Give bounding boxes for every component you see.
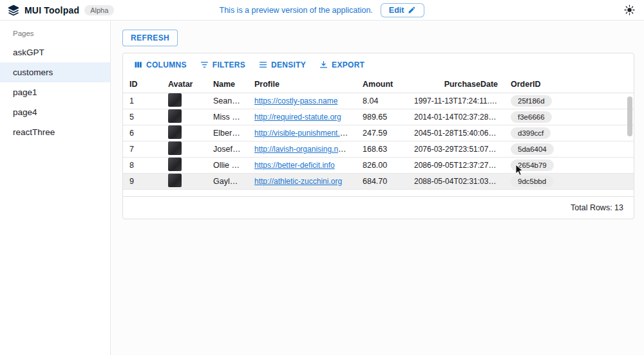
edit-button-label: Edit: [389, 6, 404, 15]
version-badge: Alpha: [84, 5, 114, 15]
sidebar-item-page4[interactable]: page4: [0, 102, 110, 122]
grid-toolbar: COLUMNS FILTERS DENSITY EXPORT: [123, 53, 634, 76]
download-icon: [319, 60, 328, 69]
cell-amount: 8.04: [356, 96, 408, 105]
table-row[interactable]: 9 Gayle Den… http://athletic-zucchini.or…: [123, 174, 634, 190]
filters-button[interactable]: FILTERS: [194, 57, 251, 72]
column-header-avatar[interactable]: Avatar: [162, 80, 207, 89]
cell-id: 9: [123, 177, 162, 186]
cell-id: 6: [123, 129, 162, 138]
app-logo-icon: [8, 5, 19, 16]
orderid-chip: 9dc5bbd: [511, 176, 553, 187]
cell-name: Ollie Green…: [207, 161, 248, 170]
column-header-profile[interactable]: Profile: [248, 80, 356, 89]
orderid-chip: 25f186d: [511, 95, 552, 107]
cell-orderid: 25f186d: [504, 95, 634, 107]
cell-orderid: 5da6404: [504, 143, 634, 155]
cell-avatar: [162, 93, 207, 109]
table-row[interactable]: 5 Miss Juan … http://required-statute.or…: [123, 109, 634, 125]
cell-amount: 826.00: [356, 161, 408, 170]
cell-id: 7: [123, 145, 162, 154]
cell-id: 5: [123, 113, 162, 122]
grid-header-row: ID Avatar Name Profile Amount PurchaseDa…: [123, 76, 634, 93]
cell-purchasedate: 2086-09-05T12:37:27.015Z: [408, 161, 504, 170]
orderid-chip: f3e6666: [511, 111, 552, 123]
vertical-scrollbar[interactable]: [627, 96, 632, 196]
grid-rows: 1 Sean Harris https://costly-pass.name 8…: [123, 93, 634, 190]
grid-footer: Total Rows: 13: [123, 196, 634, 219]
table-row[interactable]: 1 Sean Harris https://costly-pass.name 8…: [123, 93, 634, 109]
cell-id: 8: [123, 161, 162, 170]
cell-orderid: f3e6666: [504, 111, 634, 123]
cell-purchasedate: 2045-01-28T15:40:06.325Z: [408, 129, 504, 138]
cell-purchasedate: 2076-03-29T23:51:07.968Z: [408, 145, 504, 154]
profile-link[interactable]: http://visible-punishment.net: [254, 129, 350, 138]
cell-purchasedate: 2088-05-04T02:31:03.294Z: [408, 177, 504, 186]
cell-name: Elbert McL…: [207, 129, 248, 138]
cell-orderid: d399ccf: [504, 127, 634, 139]
cell-orderid: 9dc5bbd: [504, 176, 634, 187]
app-header: MUI Toolpad Alpha This is a preview vers…: [0, 0, 644, 21]
orderid-chip: d399ccf: [511, 127, 551, 139]
sidebar: Pages askGPT customers page1 page4 react…: [0, 21, 111, 355]
columns-icon: [133, 60, 143, 69]
filter-icon: [200, 60, 209, 69]
edit-button[interactable]: Edit: [381, 3, 425, 17]
column-header-orderid[interactable]: OrderID: [504, 80, 634, 89]
scrollbar-thumb[interactable]: [627, 96, 632, 136]
profile-link[interactable]: http://lavish-organising.name: [254, 145, 353, 154]
table-row[interactable]: 7 Josefina P… http://lavish-organising.n…: [123, 141, 634, 158]
grid-empty-space: [123, 190, 634, 196]
export-button-label: EXPORT: [332, 60, 365, 69]
table-row[interactable]: 6 Elbert McL… http://visible-punishment.…: [123, 125, 634, 141]
orderid-chip: 2654b79: [511, 159, 554, 171]
profile-link[interactable]: https://costly-pass.name: [254, 96, 337, 105]
cell-avatar: [162, 158, 207, 173]
sidebar-section-label: Pages: [0, 26, 110, 42]
total-rows-label: Total Rows: 13: [571, 203, 623, 212]
refresh-button[interactable]: REFRESH: [122, 30, 178, 46]
profile-link[interactable]: http://required-statute.org: [254, 113, 341, 122]
cell-profile: https://costly-pass.name: [248, 96, 356, 105]
density-button[interactable]: DENSITY: [253, 57, 311, 72]
cell-profile: http://athletic-zucchini.org: [248, 177, 356, 186]
sidebar-item-reactthree[interactable]: reactThree: [0, 122, 110, 142]
filters-button-label: FILTERS: [213, 60, 245, 69]
preview-banner-text: This is a preview version of the applica…: [220, 6, 373, 15]
orderid-chip: 5da6404: [511, 143, 554, 155]
cell-profile: http://required-statute.org: [248, 113, 356, 122]
columns-button[interactable]: COLUMNS: [128, 57, 192, 72]
column-header-id[interactable]: ID: [123, 80, 162, 89]
cell-id: 1: [123, 96, 162, 105]
column-header-name[interactable]: Name: [207, 80, 248, 89]
avatar-image: [168, 93, 182, 107]
column-header-purchasedate[interactable]: PurchaseDate: [408, 80, 504, 89]
sidebar-item-customers[interactable]: customers: [0, 62, 110, 82]
avatar-image: [168, 158, 182, 171]
export-button[interactable]: EXPORT: [314, 57, 370, 72]
cell-avatar: [162, 109, 207, 125]
main-content: REFRESH COLUMNS FILTERS DENSITY EXPORT: [111, 21, 644, 355]
app-title: MUI Toolpad: [24, 5, 79, 15]
profile-link[interactable]: https://better-deficit.info: [254, 161, 335, 170]
cell-purchasedate: 1997-11-13T17:24:11.769Z: [408, 96, 504, 105]
avatar-image: [168, 174, 182, 187]
sidebar-item-askgpt[interactable]: askGPT: [0, 42, 110, 62]
sun-icon: [624, 5, 635, 15]
data-grid: COLUMNS FILTERS DENSITY EXPORT ID Avatar: [122, 53, 634, 219]
density-button-label: DENSITY: [271, 60, 306, 69]
cell-avatar: [162, 125, 207, 141]
theme-toggle-button[interactable]: [623, 3, 636, 17]
profile-link[interactable]: http://athletic-zucchini.org: [254, 177, 342, 186]
cell-amount: 989.65: [356, 113, 408, 122]
sidebar-item-page1[interactable]: page1: [0, 82, 110, 102]
avatar-image: [168, 125, 182, 139]
avatar-image: [168, 109, 182, 123]
columns-button-label: COLUMNS: [146, 60, 187, 69]
cell-amount: 684.70: [356, 177, 408, 186]
column-header-amount[interactable]: Amount: [356, 80, 408, 89]
cell-purchasedate: 2014-01-14T02:37:28.536Z: [408, 113, 504, 122]
cell-amount: 247.59: [356, 129, 408, 138]
cell-orderid: 2654b79: [504, 159, 634, 171]
table-row[interactable]: 8 Ollie Green… https://better-deficit.in…: [123, 158, 634, 174]
